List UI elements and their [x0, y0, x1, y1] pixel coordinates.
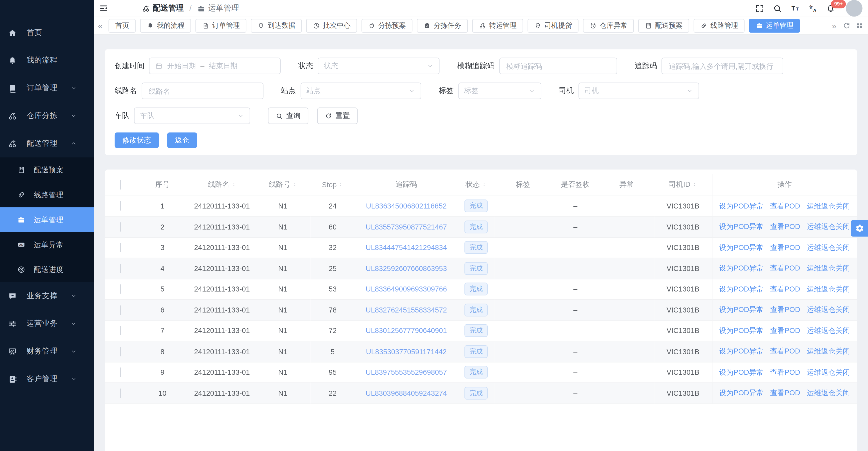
column-header-route_no[interactable]: 线路号 [255, 174, 311, 196]
view-pod-link[interactable]: 查看POD [770, 222, 800, 230]
column-header-checkbox[interactable] [105, 174, 136, 196]
tab-warehouse-exception[interactable]: 仓库异常 [583, 19, 634, 32]
tracking-link[interactable]: UL830125677790640901 [366, 327, 447, 335]
tracking-link[interactable]: UL830396884059243274 [366, 389, 447, 397]
set-pod-exception-link[interactable]: 设为POD异常 [719, 222, 764, 230]
ops-return-close-link[interactable]: 运维返仓关闭 [807, 347, 850, 355]
tab-arrival-data[interactable]: 到达数据 [251, 19, 302, 32]
set-pod-exception-link[interactable]: 设为POD异常 [719, 326, 764, 335]
tracking-link[interactable]: UL836345006802116652 [366, 202, 447, 210]
tabs-scroll-right-icon[interactable]: » [830, 22, 838, 30]
view-pod-link[interactable]: 查看POD [770, 264, 800, 272]
return-warehouse-button[interactable]: 返仓 [167, 133, 197, 148]
avatar[interactable] [846, 0, 863, 17]
ops-return-close-link[interactable]: 运维返仓关闭 [807, 368, 850, 376]
sidebar-item-operation-business[interactable]: 运营业务 [0, 310, 94, 338]
set-pod-exception-link[interactable]: 设为POD异常 [719, 264, 764, 272]
row-checkbox[interactable] [120, 347, 121, 356]
tab-transfer-management[interactable]: 转运管理 [472, 19, 523, 32]
tab-sorting-plan[interactable]: 分拣预案 [362, 19, 412, 32]
tracking-link[interactable]: UL832592607660863953 [366, 264, 447, 273]
view-pod-link[interactable]: 查看POD [770, 368, 800, 376]
ops-return-close-link[interactable]: 运维返仓关闭 [807, 222, 850, 230]
ops-return-close-link[interactable]: 运维返仓关闭 [807, 243, 850, 252]
view-pod-link[interactable]: 查看POD [770, 306, 800, 314]
modify-status-button[interactable]: 修改状态 [115, 133, 159, 148]
tab-driver-pickup[interactable]: 司机提货 [528, 19, 579, 32]
ops-return-close-link[interactable]: 运维返仓关闭 [807, 264, 850, 272]
tab-delivery-plan[interactable]: 配送预案 [639, 19, 689, 32]
search-button[interactable]: 查询 [268, 108, 308, 124]
sidebar-item-home[interactable]: 首页 [0, 19, 94, 47]
breadcrumb-section[interactable]: 配送管理 [142, 3, 184, 13]
status-select[interactable]: 状态 [318, 58, 439, 75]
menu-fold-icon[interactable] [97, 2, 110, 15]
column-header-stop[interactable]: Stop [311, 174, 355, 196]
ops-return-close-link[interactable]: 运维返仓关闭 [807, 306, 850, 314]
row-checkbox[interactable] [120, 326, 121, 336]
set-pod-exception-link[interactable]: 设为POD异常 [719, 368, 764, 376]
tracking-input[interactable] [668, 61, 777, 71]
column-header-driver_id[interactable]: 司机ID [654, 174, 712, 196]
reset-button[interactable]: 重置 [317, 108, 358, 124]
tracking-link[interactable]: UL835303770591171442 [366, 347, 447, 356]
fleet-select[interactable]: 车队 [134, 108, 250, 124]
view-pod-link[interactable]: 查看POD [770, 389, 800, 397]
view-pod-link[interactable]: 查看POD [770, 285, 800, 293]
sidebar-item-my-flows[interactable]: 我的流程 [0, 47, 94, 74]
sidebar-item-waybill-management[interactable]: 运单管理 [0, 207, 94, 232]
tab-route-management[interactable]: 线路管理 [694, 19, 745, 32]
sidebar-item-warehouse-sorting[interactable]: 仓库分拣 [0, 102, 94, 130]
row-checkbox[interactable] [120, 201, 121, 211]
fuzzy-tracking-input[interactable] [505, 61, 611, 71]
row-checkbox[interactable] [120, 264, 121, 273]
sidebar-item-business-support[interactable]: 业务支撑 [0, 282, 94, 310]
set-pod-exception-link[interactable]: 设为POD异常 [719, 389, 764, 397]
tracking-link[interactable]: UL835573950877521467 [366, 223, 447, 231]
route-name-input[interactable] [148, 86, 257, 96]
tabs-scroll-left-icon[interactable]: « [96, 22, 104, 30]
set-pod-exception-link[interactable]: 设为POD异常 [719, 285, 764, 293]
set-pod-exception-link[interactable]: 设为POD异常 [719, 201, 764, 210]
column-header-route_name[interactable]: 线路名 [189, 174, 255, 196]
set-pod-exception-link[interactable]: 设为POD异常 [719, 306, 764, 314]
driver-select[interactable]: 司机 [578, 83, 699, 99]
column-header-status[interactable]: 状态 [458, 174, 494, 196]
view-pod-link[interactable]: 查看POD [770, 201, 800, 210]
row-checkbox[interactable] [120, 388, 121, 398]
set-pod-exception-link[interactable]: 设为POD异常 [719, 347, 764, 355]
sidebar-item-order-management[interactable]: 订单管理 [0, 74, 94, 102]
tracking-link[interactable]: UL839755535529698057 [366, 368, 447, 376]
font-size-icon[interactable]: TT [790, 3, 800, 13]
ops-return-close-link[interactable]: 运维返仓关闭 [807, 389, 850, 397]
station-select[interactable]: 站点 [301, 83, 421, 99]
table-settings-button[interactable] [851, 220, 868, 237]
sidebar-item-delivery-plan[interactable]: 配送预案 [0, 158, 94, 182]
set-pod-exception-link[interactable]: 设为POD异常 [719, 243, 764, 252]
sidebar-item-waybill-exception[interactable]: AD运单异常 [0, 232, 94, 257]
row-checkbox[interactable] [120, 305, 121, 315]
tab-order-management[interactable]: 订单管理 [195, 19, 246, 32]
ops-return-close-link[interactable]: 运维返仓关闭 [807, 326, 850, 335]
ops-return-close-link[interactable]: 运维返仓关闭 [807, 285, 850, 293]
sidebar-item-customer-management[interactable]: 客户管理 [0, 365, 94, 393]
tracking-link[interactable]: UL832762451558334572 [366, 306, 447, 314]
date-range-input[interactable]: 开始日期 – 结束日期 [149, 58, 281, 75]
tab-home[interactable]: 首页 [108, 19, 136, 32]
row-checkbox[interactable] [120, 284, 121, 294]
row-checkbox[interactable] [120, 243, 121, 253]
view-pod-link[interactable]: 查看POD [770, 347, 800, 355]
sidebar-item-finance-management[interactable]: 财务管理 [0, 338, 94, 365]
view-pod-link[interactable]: 查看POD [770, 326, 800, 335]
notifications-bell-icon[interactable]: 99+ [826, 3, 835, 13]
row-checkbox[interactable] [120, 222, 121, 231]
fullscreen-icon[interactable] [755, 3, 765, 13]
sidebar-item-delivery-management[interactable]: 配送管理 [0, 130, 94, 158]
tab-batch-center[interactable]: 批次中心 [306, 19, 357, 32]
refresh-tabs-icon[interactable] [842, 22, 851, 30]
select-all-checkbox[interactable] [120, 180, 121, 190]
tracking-link[interactable]: UL833649009693309766 [366, 285, 447, 293]
view-pod-link[interactable]: 查看POD [770, 243, 800, 252]
tab-waybill-management[interactable]: 运单管理 [749, 19, 800, 32]
tab-sorting-task[interactable]: 分拣任务 [417, 19, 468, 32]
